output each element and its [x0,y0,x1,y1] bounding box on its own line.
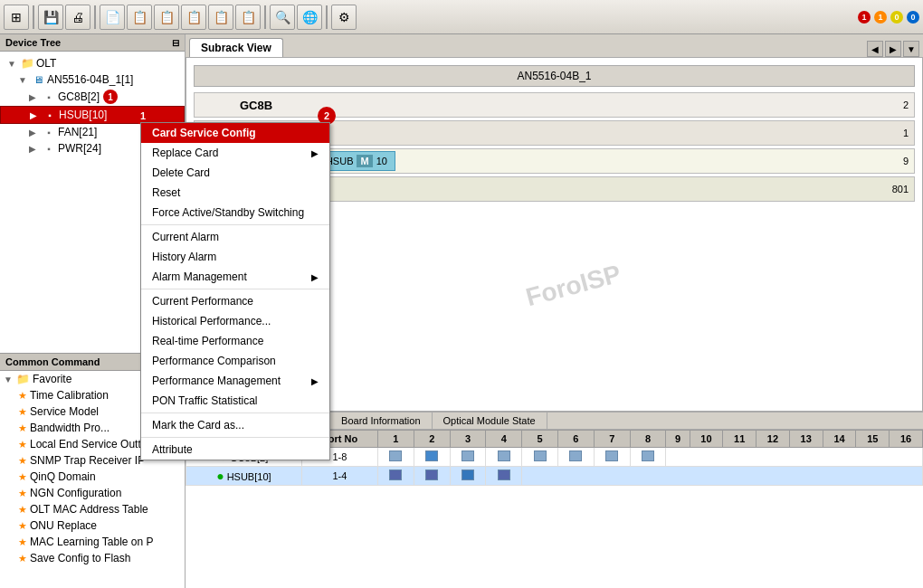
menu-item-force-switch[interactable]: Force Active/Standby Switching [141,203,329,223]
port-icon-gc8b-7 [605,450,618,461]
arrow-icon-alarm-mgmt: ▶ [311,272,319,282]
toolbar-separator-1 [33,5,34,29]
cell-gc8b-p7 [594,448,630,467]
menu-item-pon-traffic[interactable]: PON Traffic Statistical [141,391,329,411]
port-icon-hsub-2 [425,469,438,480]
menu-label-force-switch: Force Active/Standby Switching [152,206,304,219]
toolbar-btn-1[interactable]: 📄 [100,5,125,30]
expand-icon-gc8b: ▶ [29,92,42,102]
tab-nav-next[interactable]: ▶ [885,41,901,57]
cmd-label-service-model: Service Model [30,405,99,418]
port-icon-gc8b-8 [642,450,654,461]
menu-item-card-service-config[interactable]: Card Service Config [141,123,329,143]
menu-item-current-perf[interactable]: Current Performance [141,291,329,311]
tab-optical-module[interactable]: Optical Module State [433,413,547,429]
col-4: 4 [486,431,522,448]
menu-label-history-alarm: History Alarm [152,251,216,263]
cmd-item-olt-mac[interactable]: ★ OLT MAC Address Table [0,501,185,517]
cmd-label-snmp: SNMP Trap Receiver IP [30,454,145,467]
menu-item-alarm-mgmt[interactable]: Alarm Management ▶ [141,267,329,287]
tree-resize-handle[interactable]: ⊟ [172,38,179,48]
star-icon-10: ★ [18,536,27,548]
menu-item-reset[interactable]: Reset [141,183,329,203]
tree-item-gc8b[interactable]: ▶ ▪ GC8B[2] 1 [0,88,185,106]
star-icon-5: ★ [18,455,27,467]
menu-item-delete-card[interactable]: Delete Card [141,163,329,183]
menu-label-alarm-mgmt: Alarm Management [152,270,247,283]
cell-hsub-p2 [414,467,450,486]
menu-item-history-alarm[interactable]: History Alarm [141,247,329,267]
cmd-item-qinq[interactable]: ★ QinQ Domain [0,469,185,485]
toolbar-btn-6[interactable]: 📋 [235,5,261,30]
status-indicators: 1 1 0 0 [858,11,919,24]
port-icon-gc8b-2 [425,450,438,461]
cell-hsub-p3 [450,467,486,486]
tree-label-pwr: PWR[24] [58,142,101,155]
menu-item-attribute[interactable]: Attribute [141,440,329,460]
star-icon-4: ★ [18,439,27,450]
cmd-item-save-config[interactable]: ★ Save Config to Flash [0,550,185,566]
expand-icon-fan: ▶ [29,128,42,138]
tab-nav-prev[interactable]: ◀ [867,41,883,57]
port-icon-gc8b-3 [462,450,474,461]
cmd-label-onu-replace: ONU Replace [30,519,97,532]
cell-gc8b-p8 [630,448,666,467]
toolbar-btn-print[interactable]: 🖨 [65,5,90,30]
toolbar-btn-globe[interactable]: 🌐 [297,5,322,30]
col-2: 2 [414,431,450,448]
cmd-item-onu-replace[interactable]: ★ ONU Replace [0,517,185,534]
menu-label-reset: Reset [152,186,180,199]
cmd-label-ngn: NGN Configuration [30,487,121,499]
port-icon-hsub-3 [462,469,474,480]
status-blue: 0 [907,11,919,24]
menu-item-mark-card[interactable]: Mark the Card as... [141,415,329,435]
device-tree-title: Device Tree [5,37,61,48]
menu-separator-1 [141,224,329,225]
menu-item-replace-card[interactable]: Replace Card ▶ [141,143,329,163]
tab-board-info[interactable]: Board Information [330,413,432,429]
menu-item-perf-mgmt[interactable]: Performance Management ▶ [141,371,329,391]
menu-separator-2 [141,289,329,289]
tree-label-gc8b: GC8B[2] [58,90,100,103]
cell-gc8b-p1 [378,448,414,467]
cell-hsub-p4 [486,467,522,486]
toolbar-btn-5[interactable]: 📋 [208,5,233,30]
col-12: 12 [756,431,790,448]
cmd-label-time-cal: Time Calibration [30,389,109,402]
toolbar-btn-4[interactable]: 📋 [181,5,206,30]
toolbar-btn-search[interactable]: 🔍 [270,5,295,30]
toolbar-btn-settings[interactable]: ⚙ [331,5,357,30]
port-icon-hsub-4 [498,469,510,480]
tree-label-olt: OLT [36,57,56,70]
toolbar-btn-2[interactable]: 📋 [127,5,152,30]
toolbar-separator-3 [264,5,266,29]
col-8: 8 [630,431,666,448]
tree-item-hsub[interactable]: ▶ ▪ HSUB[10] [0,106,185,124]
dot-yellow: 0 [890,11,903,24]
tree-item-root[interactable]: ▼ 📁 OLT [0,55,185,71]
device-icon-an5516: 🖥 [31,73,45,86]
cmd-label-olt-mac: OLT MAC Address Table [30,503,148,516]
menu-separator-3 [141,413,329,413]
col-11: 11 [723,431,756,448]
toolbar-btn-home[interactable]: ⊞ [4,5,29,30]
cell-gc8b-empty [666,448,923,467]
tab-bar: Subrack View ◀ ▶ ▼ [186,34,923,57]
card-icon-hsub: ▪ [43,109,57,121]
tab-subrack-view[interactable]: Subrack View [189,38,283,57]
dot-blue: 0 [907,11,919,24]
menu-item-current-alarm[interactable]: Current Alarm [141,227,329,247]
tree-item-an5516[interactable]: ▼ 🖥 AN5516-04B_1[1] [0,71,185,88]
gc8b-card-label: GC8B [234,97,278,114]
cmd-item-ngn[interactable]: ★ NGN Configuration [0,485,185,501]
toolbar-btn-3[interactable]: 📋 [154,5,179,30]
tab-nav-menu[interactable]: ▼ [903,41,919,57]
toolbar-btn-save[interactable]: 💾 [38,5,63,30]
menu-item-perf-comparison[interactable]: Performance Comparison [141,351,329,371]
menu-item-historical-perf[interactable]: Historical Performance... [141,311,329,331]
cmd-item-mac-learning[interactable]: ★ MAC Learning Table on P [0,534,185,550]
context-menu: Card Service Config Replace Card ▶ Delet… [140,122,330,460]
expand-icon-hsub: ▶ [30,110,43,120]
col-16: 16 [890,431,923,448]
menu-item-realtime-perf[interactable]: Real-time Performance [141,331,329,351]
